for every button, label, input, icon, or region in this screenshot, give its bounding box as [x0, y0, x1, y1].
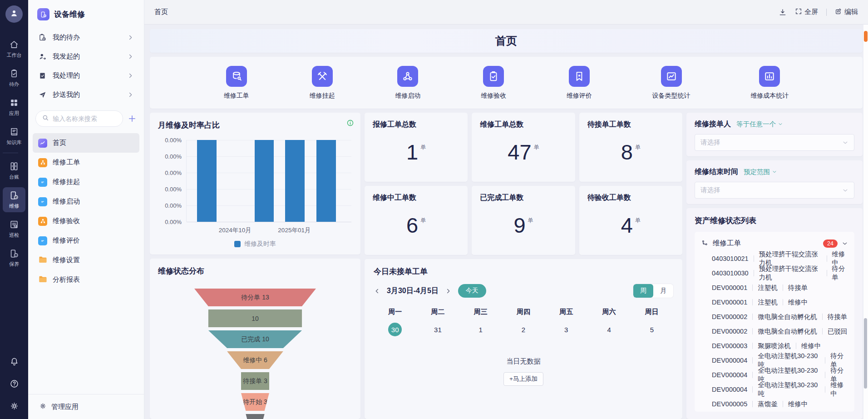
- chart-legend[interactable]: 维修及时率: [150, 240, 360, 248]
- asset-row[interactable]: DEV000004全电动注塑机30-230吨待分单: [700, 368, 849, 382]
- asset-row[interactable]: DEV000003聚脲喷涂机维修中: [700, 339, 849, 353]
- manage-app-button[interactable]: 管理应用: [28, 394, 144, 419]
- rail-item-待办[interactable]: 待办: [3, 65, 25, 90]
- asset-row[interactable]: DEV000001注塑机待接单: [700, 280, 849, 295]
- fullscreen-icon: [795, 8, 802, 16]
- info-icon[interactable]: [346, 119, 354, 129]
- sidebar-item-维修设置[interactable]: 维修设置: [33, 250, 139, 270]
- sidebar-item-维修评价[interactable]: 维修评价: [33, 231, 139, 250]
- app-sidebar: 设备维修 我的待办我发起的我处理的抄送我的 首页维修工单维修挂起维修启动维修验收…: [28, 0, 144, 419]
- sidebar-item-label: 分析报表: [53, 275, 80, 284]
- scrollbar-thumb[interactable]: [864, 318, 867, 389]
- menu-item-我的待办[interactable]: 我的待办: [34, 28, 138, 47]
- stat-card-待接单工单数: 待接单工单数8单: [579, 113, 682, 182]
- day-header: 周六: [587, 308, 630, 316]
- asset-row[interactable]: 0403010030预处理挤干辊交流张力机待分单: [700, 266, 849, 280]
- filter-operator[interactable]: 等于任意一个: [736, 120, 783, 129]
- initiated-icon: [38, 52, 47, 61]
- add-page-button[interactable]: [128, 114, 137, 123]
- chevron-down-icon[interactable]: [842, 240, 848, 247]
- user-avatar[interactable]: [5, 5, 23, 23]
- y-axis-tick: 0.00%: [165, 137, 182, 144]
- quick-action-维修启动[interactable]: 维修启动: [395, 66, 420, 100]
- date-30[interactable]: 30: [388, 323, 402, 336]
- asset-status: 已驳回: [828, 327, 848, 336]
- date-3[interactable]: 3: [559, 323, 573, 336]
- asset-code: DEV000001: [712, 284, 747, 291]
- quick-action-维修验收[interactable]: 维修验收: [481, 66, 506, 100]
- asset-row[interactable]: DEV000004全电动注塑机30-230吨待分单: [700, 353, 849, 368]
- edit-button[interactable]: 编辑: [835, 8, 858, 16]
- sidebar-item-维修工单[interactable]: 维修工单: [33, 153, 139, 172]
- quick-action-维修成本统计[interactable]: 维修成本统计: [750, 66, 789, 100]
- sidebar-item-分析报表[interactable]: 分析报表: [33, 270, 139, 289]
- rail-item-知识库[interactable]: 知识库: [3, 124, 25, 149]
- rail-item-label: 台账: [9, 174, 19, 180]
- endtime-select[interactable]: 请选择: [695, 182, 854, 199]
- date-2[interactable]: 2: [517, 323, 530, 336]
- date-4[interactable]: 4: [602, 323, 616, 336]
- fullscreen-button[interactable]: 全屏: [795, 8, 818, 16]
- sidebar-item-维修验收[interactable]: 维修验收: [33, 211, 139, 231]
- asset-row[interactable]: 0403010021预处理挤干辊交流张力机维修中: [700, 251, 849, 266]
- week-tab[interactable]: 周: [633, 284, 653, 298]
- separator: [754, 255, 754, 262]
- search-input[interactable]: [53, 115, 117, 122]
- rail-item-工作台[interactable]: 工作台: [3, 36, 25, 61]
- next-week-icon[interactable]: [445, 288, 452, 294]
- today-button[interactable]: 今天: [458, 284, 486, 298]
- stat-value: 47单: [480, 130, 567, 175]
- rail-item-保养[interactable]: 保养: [3, 245, 25, 270]
- date-31[interactable]: 31: [431, 323, 444, 336]
- asset-group-row[interactable]: 维修工单 24: [700, 235, 849, 251]
- asset-row[interactable]: DEV000002微电脑全自动孵化机已驳回: [700, 324, 849, 339]
- chevron-right-icon: [127, 72, 134, 79]
- filter-operator[interactable]: 预定范围: [744, 168, 777, 176]
- separator: [825, 372, 825, 378]
- gear-icon[interactable]: [10, 401, 19, 413]
- assignee-select[interactable]: 请选择: [695, 134, 854, 151]
- add-now-button[interactable]: +马上添加: [503, 372, 543, 386]
- breadcrumb[interactable]: 首页: [154, 8, 168, 16]
- quick-action-维修工单[interactable]: 维修工单: [224, 66, 249, 100]
- date-cell: 2: [502, 323, 545, 336]
- download-button[interactable]: [779, 8, 787, 16]
- asset-code: DEV000004: [712, 371, 747, 379]
- day-header: 周二: [416, 308, 459, 316]
- asset-row[interactable]: DEV000006湿料搅拌机待分单: [700, 411, 849, 412]
- quick-action-维修挂起[interactable]: 维修挂起: [310, 66, 335, 100]
- rail-item-巡检[interactable]: 巡检: [3, 216, 25, 241]
- sidebar-item-首页[interactable]: 首页: [33, 133, 139, 153]
- date-5[interactable]: 5: [645, 323, 659, 336]
- help-icon[interactable]: [10, 379, 19, 390]
- date-1[interactable]: 1: [474, 323, 488, 336]
- asset-status: 维修中: [830, 381, 849, 398]
- bell-icon[interactable]: [10, 357, 19, 368]
- page-title-banner: 首页: [150, 29, 863, 53]
- timeliness-chart-card: 月维修及时率占比 0.00%0.00%0.00%0.00%0.00%0.00% …: [150, 113, 360, 254]
- asset-row[interactable]: DEV000004全电动注塑机30-230吨维修中: [700, 382, 849, 397]
- sidebar-search[interactable]: [35, 110, 123, 127]
- sidebar-item-label: 首页: [53, 139, 66, 147]
- sidebar-item-维修挂起[interactable]: 维修挂起: [33, 172, 139, 192]
- scrollbar-marker[interactable]: [864, 31, 868, 42]
- stat-label: 维修中工单数: [373, 193, 459, 203]
- asset-name: 微电脑全自动孵化机: [758, 327, 817, 336]
- rail-item-应用[interactable]: 应用: [3, 95, 25, 120]
- prev-week-icon[interactable]: [374, 288, 380, 294]
- sidebar-item-维修启动[interactable]: 维修启动: [33, 192, 139, 211]
- asset-row[interactable]: DEV000001注塑机维修中: [700, 295, 849, 309]
- month-tab[interactable]: 月: [653, 284, 673, 298]
- rail-item-台账[interactable]: 台账: [3, 158, 25, 183]
- menu-item-我发起的[interactable]: 我发起的: [34, 47, 138, 66]
- menu-item-抄送我的[interactable]: 抄送我的: [34, 85, 138, 104]
- quick-action-设备类型统计[interactable]: 设备类型统计: [652, 66, 690, 100]
- separator: [783, 401, 783, 407]
- rail-item-维修[interactable]: 维修: [3, 187, 25, 212]
- quick-action-维修评价[interactable]: 维修评价: [567, 66, 592, 100]
- menu-item-我处理的[interactable]: 我处理的: [34, 66, 138, 85]
- asset-row[interactable]: DEV000002微电脑全自动孵化机待接单: [700, 309, 849, 324]
- asset-row[interactable]: DEV000005蒸馏釜维修中: [700, 397, 849, 411]
- main-area: 首页 全屏 编辑 首页 维修工单维修挂起维修启动维修验收维修评价设备类型统计维修…: [144, 0, 868, 419]
- topbar: 首页 全屏 编辑: [144, 0, 868, 25]
